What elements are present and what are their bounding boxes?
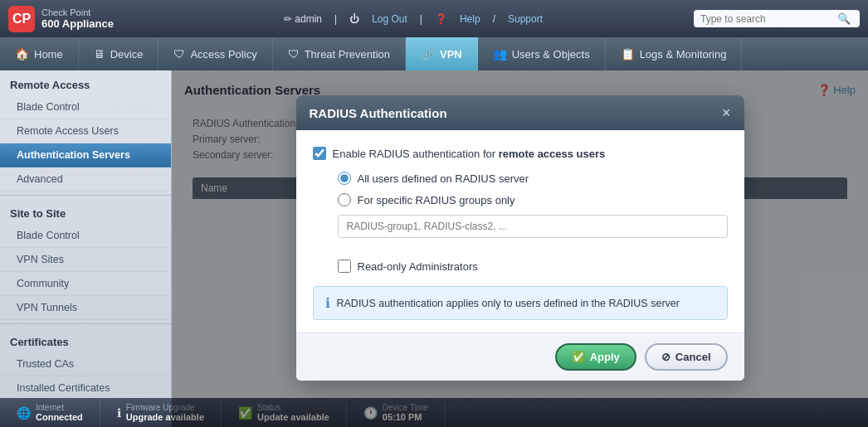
separator: | bbox=[334, 13, 337, 25]
sidebar-item-blade-control-sts[interactable]: Blade Control bbox=[0, 224, 171, 248]
access-policy-icon: 🛡 bbox=[173, 47, 185, 61]
radius-auth-modal: RADIUS Authentication × Enable RADIUS au… bbox=[296, 95, 744, 381]
sidebar-section-certificates: Certificates bbox=[0, 328, 171, 352]
radius-groups-input[interactable] bbox=[338, 215, 728, 238]
modal-body: Enable RADIUS authentication for remote … bbox=[296, 130, 744, 332]
internet-icon: 🌐 bbox=[17, 406, 31, 420]
modal-header: RADIUS Authentication × bbox=[296, 95, 744, 130]
tab-users-label: Users & Objects bbox=[512, 48, 590, 61]
info-text: RADIUS authentication applies only to us… bbox=[337, 298, 680, 309]
sidebar-item-community[interactable]: Community bbox=[0, 272, 171, 296]
all-users-radio[interactable] bbox=[338, 172, 351, 185]
tab-logs-monitoring[interactable]: 📋 Logs & Monitoring bbox=[606, 37, 743, 70]
specific-groups-label: For specific RADIUS groups only bbox=[358, 194, 515, 206]
sidebar-section-remote-access: Remote Access bbox=[0, 70, 171, 95]
logo-text: Check Point 600 Appliance bbox=[41, 7, 114, 30]
help-icon: ❓ bbox=[435, 13, 447, 25]
tab-logs-label: Logs & Monitoring bbox=[640, 48, 727, 61]
sidebar-item-vpn-tunnels[interactable]: VPN Tunnels bbox=[0, 296, 171, 320]
internet-value: Connected bbox=[36, 412, 83, 422]
read-only-admins-row: Read-only Administrators bbox=[338, 260, 728, 273]
cancel-label: Cancel bbox=[675, 351, 711, 363]
top-bar: CP Check Point 600 Appliance ✏ admin | ⏻… bbox=[0, 0, 868, 37]
main-area: Remote Access Blade Control Remote Acces… bbox=[0, 70, 868, 427]
sidebar-item-advanced[interactable]: Advanced bbox=[0, 167, 171, 192]
vpn-icon: 🔗 bbox=[421, 47, 435, 61]
specific-groups-radio[interactable] bbox=[338, 193, 351, 206]
logo-area: CP Check Point 600 Appliance bbox=[8, 6, 133, 32]
all-users-row: All users defined on RADIUS server bbox=[338, 172, 728, 185]
users-icon: 👥 bbox=[493, 47, 507, 61]
sidebar-separator-2 bbox=[0, 323, 171, 324]
sidebar-section-site-to-site: Site to Site bbox=[0, 199, 171, 224]
cancel-button[interactable]: ⊘ Cancel bbox=[645, 343, 728, 371]
content-pane: Authentication Servers ❓ Help RADIUS Aut… bbox=[172, 70, 868, 427]
radio-group: All users defined on RADIUS server For s… bbox=[338, 172, 728, 250]
firmware-icon: ℹ bbox=[117, 406, 121, 420]
read-only-admins-checkbox[interactable] bbox=[338, 260, 351, 273]
top-bar-center: ✏ admin | ⏻ Log Out | ❓ Help / Support bbox=[141, 13, 685, 25]
read-only-admins-label: Read-only Administrators bbox=[358, 260, 478, 273]
admin-label: ✏ admin bbox=[284, 13, 322, 25]
logout-icon: ⏻ bbox=[349, 13, 359, 25]
enable-radius-label: Enable RADIUS authentication for remote … bbox=[333, 148, 606, 160]
all-users-label: All users defined on RADIUS server bbox=[358, 172, 529, 185]
tab-home[interactable]: 🏠 Home bbox=[0, 37, 79, 70]
help-link[interactable]: Help bbox=[460, 13, 480, 25]
logs-icon: 📋 bbox=[621, 47, 635, 61]
internet-label: Internet bbox=[36, 403, 83, 412]
modal-close-button[interactable]: × bbox=[722, 105, 731, 120]
enable-radius-checkbox[interactable] bbox=[313, 147, 326, 160]
modal-footer: ✅ Apply ⊘ Cancel bbox=[296, 332, 744, 381]
sidebar: Remote Access Blade Control Remote Acces… bbox=[0, 70, 172, 427]
separator2: | bbox=[420, 13, 422, 25]
search-icon: 🔍 bbox=[837, 12, 851, 25]
tab-threat-label: Threat Prevention bbox=[305, 48, 390, 61]
sidebar-item-authentication-servers[interactable]: Authentication Servers bbox=[0, 143, 171, 167]
tab-vpn[interactable]: 🔗 VPN bbox=[406, 37, 478, 70]
cancel-icon: ⊘ bbox=[661, 351, 671, 363]
home-icon: 🏠 bbox=[15, 47, 29, 61]
internet-info: Internet Connected bbox=[36, 403, 83, 422]
tab-access-policy[interactable]: 🛡 Access Policy bbox=[158, 37, 272, 70]
app-logo-icon: CP bbox=[8, 6, 35, 32]
search-input[interactable] bbox=[700, 13, 833, 25]
sidebar-item-vpn-sites[interactable]: VPN Sites bbox=[0, 248, 171, 272]
model-name: 600 Appliance bbox=[41, 17, 114, 30]
specific-groups-row: For specific RADIUS groups only bbox=[338, 193, 728, 206]
sidebar-item-remote-access-users[interactable]: Remote Access Users bbox=[0, 119, 171, 143]
tab-access-policy-label: Access Policy bbox=[190, 48, 256, 61]
apply-label: Apply bbox=[590, 351, 620, 363]
logout-link[interactable]: Log Out bbox=[372, 13, 407, 25]
device-icon: 🖥 bbox=[94, 47, 105, 61]
threat-icon: 🛡 bbox=[288, 47, 300, 61]
nav-tabs: 🏠 Home 🖥 Device 🛡 Access Policy 🛡 Threat… bbox=[0, 37, 868, 70]
status-internet: 🌐 Internet Connected bbox=[0, 398, 100, 427]
tab-threat-prevention[interactable]: 🛡 Threat Prevention bbox=[273, 37, 406, 70]
tab-vpn-label: VPN bbox=[440, 48, 462, 61]
sidebar-separator-1 bbox=[0, 195, 171, 196]
apply-icon: ✅ bbox=[572, 351, 585, 363]
tab-device[interactable]: 🖥 Device bbox=[79, 37, 159, 70]
search-box[interactable]: 🔍 bbox=[694, 10, 860, 27]
info-icon: ℹ bbox=[325, 295, 330, 311]
apply-button[interactable]: ✅ Apply bbox=[555, 343, 636, 371]
tab-users-objects[interactable]: 👥 Users & Objects bbox=[478, 37, 606, 70]
info-banner: ℹ RADIUS authentication applies only to … bbox=[313, 286, 728, 320]
modal-overlay: RADIUS Authentication × Enable RADIUS au… bbox=[172, 70, 868, 427]
sidebar-item-blade-control-ra[interactable]: Blade Control bbox=[0, 95, 171, 119]
tab-home-label: Home bbox=[34, 48, 63, 61]
brand-name: Check Point bbox=[41, 7, 114, 17]
separator3: / bbox=[493, 13, 495, 25]
tab-device-label: Device bbox=[110, 48, 144, 61]
enable-radius-row: Enable RADIUS authentication for remote … bbox=[313, 147, 728, 160]
sidebar-item-trusted-cas[interactable]: Trusted CAs bbox=[0, 352, 171, 376]
sidebar-item-installed-certificates[interactable]: Installed Certificates bbox=[0, 376, 171, 400]
modal-title: RADIUS Authentication bbox=[310, 106, 447, 120]
support-link[interactable]: Support bbox=[508, 13, 543, 25]
